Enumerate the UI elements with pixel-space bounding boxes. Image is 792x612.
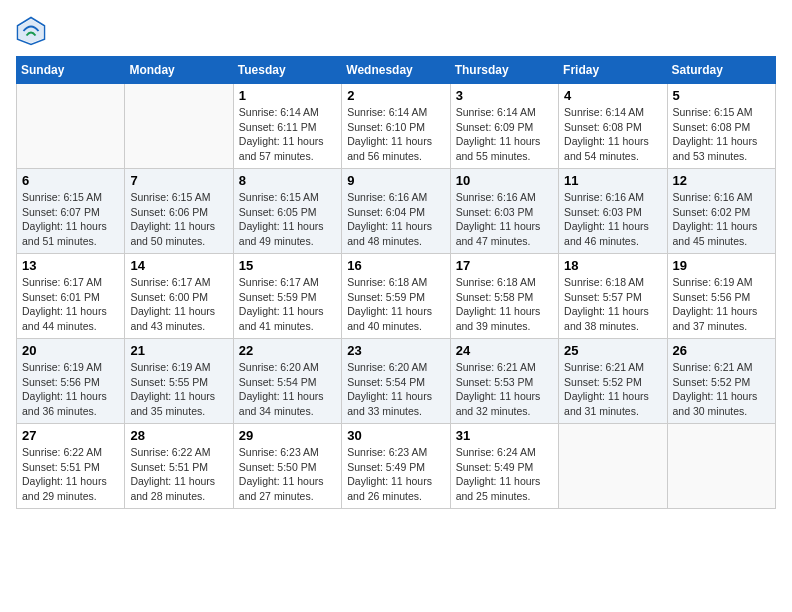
calendar-day-cell	[559, 424, 667, 509]
day-number: 26	[673, 343, 770, 358]
calendar-day-cell: 2Sunrise: 6:14 AM Sunset: 6:10 PM Daylig…	[342, 84, 450, 169]
day-number: 7	[130, 173, 227, 188]
calendar-day-cell: 23Sunrise: 6:20 AM Sunset: 5:54 PM Dayli…	[342, 339, 450, 424]
day-number: 30	[347, 428, 444, 443]
calendar-day-cell	[125, 84, 233, 169]
day-info: Sunrise: 6:21 AM Sunset: 5:52 PM Dayligh…	[564, 360, 661, 419]
day-info: Sunrise: 6:17 AM Sunset: 6:00 PM Dayligh…	[130, 275, 227, 334]
calendar-day-cell: 1Sunrise: 6:14 AM Sunset: 6:11 PM Daylig…	[233, 84, 341, 169]
day-info: Sunrise: 6:14 AM Sunset: 6:09 PM Dayligh…	[456, 105, 553, 164]
day-info: Sunrise: 6:20 AM Sunset: 5:54 PM Dayligh…	[347, 360, 444, 419]
calendar-day-cell: 14Sunrise: 6:17 AM Sunset: 6:00 PM Dayli…	[125, 254, 233, 339]
weekday-header-friday: Friday	[559, 57, 667, 84]
day-info: Sunrise: 6:17 AM Sunset: 5:59 PM Dayligh…	[239, 275, 336, 334]
day-info: Sunrise: 6:21 AM Sunset: 5:53 PM Dayligh…	[456, 360, 553, 419]
weekday-header-wednesday: Wednesday	[342, 57, 450, 84]
day-number: 25	[564, 343, 661, 358]
day-number: 29	[239, 428, 336, 443]
day-number: 31	[456, 428, 553, 443]
day-number: 14	[130, 258, 227, 273]
calendar-day-cell: 5Sunrise: 6:15 AM Sunset: 6:08 PM Daylig…	[667, 84, 775, 169]
weekday-header-monday: Monday	[125, 57, 233, 84]
day-number: 18	[564, 258, 661, 273]
weekday-header-saturday: Saturday	[667, 57, 775, 84]
day-info: Sunrise: 6:16 AM Sunset: 6:03 PM Dayligh…	[564, 190, 661, 249]
day-info: Sunrise: 6:22 AM Sunset: 5:51 PM Dayligh…	[22, 445, 119, 504]
calendar-week-row: 20Sunrise: 6:19 AM Sunset: 5:56 PM Dayli…	[17, 339, 776, 424]
day-number: 17	[456, 258, 553, 273]
logo-icon	[16, 16, 46, 46]
calendar-day-cell: 31Sunrise: 6:24 AM Sunset: 5:49 PM Dayli…	[450, 424, 558, 509]
calendar-day-cell: 16Sunrise: 6:18 AM Sunset: 5:59 PM Dayli…	[342, 254, 450, 339]
calendar-day-cell: 6Sunrise: 6:15 AM Sunset: 6:07 PM Daylig…	[17, 169, 125, 254]
page-header	[16, 16, 776, 46]
day-info: Sunrise: 6:16 AM Sunset: 6:03 PM Dayligh…	[456, 190, 553, 249]
day-info: Sunrise: 6:21 AM Sunset: 5:52 PM Dayligh…	[673, 360, 770, 419]
day-info: Sunrise: 6:18 AM Sunset: 5:57 PM Dayligh…	[564, 275, 661, 334]
day-number: 28	[130, 428, 227, 443]
day-number: 24	[456, 343, 553, 358]
calendar-day-cell: 28Sunrise: 6:22 AM Sunset: 5:51 PM Dayli…	[125, 424, 233, 509]
calendar-day-cell: 10Sunrise: 6:16 AM Sunset: 6:03 PM Dayli…	[450, 169, 558, 254]
day-number: 16	[347, 258, 444, 273]
day-info: Sunrise: 6:19 AM Sunset: 5:56 PM Dayligh…	[673, 275, 770, 334]
day-info: Sunrise: 6:15 AM Sunset: 6:06 PM Dayligh…	[130, 190, 227, 249]
calendar-day-cell: 27Sunrise: 6:22 AM Sunset: 5:51 PM Dayli…	[17, 424, 125, 509]
calendar-day-cell: 25Sunrise: 6:21 AM Sunset: 5:52 PM Dayli…	[559, 339, 667, 424]
day-number: 6	[22, 173, 119, 188]
day-info: Sunrise: 6:16 AM Sunset: 6:02 PM Dayligh…	[673, 190, 770, 249]
weekday-header-thursday: Thursday	[450, 57, 558, 84]
calendar-day-cell: 22Sunrise: 6:20 AM Sunset: 5:54 PM Dayli…	[233, 339, 341, 424]
calendar-day-cell	[17, 84, 125, 169]
calendar-day-cell: 29Sunrise: 6:23 AM Sunset: 5:50 PM Dayli…	[233, 424, 341, 509]
day-number: 3	[456, 88, 553, 103]
calendar-table: SundayMondayTuesdayWednesdayThursdayFrid…	[16, 56, 776, 509]
day-info: Sunrise: 6:19 AM Sunset: 5:56 PM Dayligh…	[22, 360, 119, 419]
day-info: Sunrise: 6:15 AM Sunset: 6:08 PM Dayligh…	[673, 105, 770, 164]
calendar-day-cell: 30Sunrise: 6:23 AM Sunset: 5:49 PM Dayli…	[342, 424, 450, 509]
calendar-day-cell: 9Sunrise: 6:16 AM Sunset: 6:04 PM Daylig…	[342, 169, 450, 254]
day-number: 8	[239, 173, 336, 188]
day-info: Sunrise: 6:23 AM Sunset: 5:49 PM Dayligh…	[347, 445, 444, 504]
calendar-day-cell: 19Sunrise: 6:19 AM Sunset: 5:56 PM Dayli…	[667, 254, 775, 339]
weekday-header-tuesday: Tuesday	[233, 57, 341, 84]
calendar-week-row: 27Sunrise: 6:22 AM Sunset: 5:51 PM Dayli…	[17, 424, 776, 509]
day-info: Sunrise: 6:15 AM Sunset: 6:05 PM Dayligh…	[239, 190, 336, 249]
day-number: 23	[347, 343, 444, 358]
calendar-day-cell: 7Sunrise: 6:15 AM Sunset: 6:06 PM Daylig…	[125, 169, 233, 254]
calendar-day-cell: 15Sunrise: 6:17 AM Sunset: 5:59 PM Dayli…	[233, 254, 341, 339]
day-number: 12	[673, 173, 770, 188]
day-number: 19	[673, 258, 770, 273]
day-info: Sunrise: 6:18 AM Sunset: 5:59 PM Dayligh…	[347, 275, 444, 334]
day-number: 5	[673, 88, 770, 103]
day-number: 1	[239, 88, 336, 103]
day-number: 21	[130, 343, 227, 358]
day-number: 20	[22, 343, 119, 358]
calendar-day-cell: 18Sunrise: 6:18 AM Sunset: 5:57 PM Dayli…	[559, 254, 667, 339]
day-info: Sunrise: 6:15 AM Sunset: 6:07 PM Dayligh…	[22, 190, 119, 249]
day-info: Sunrise: 6:23 AM Sunset: 5:50 PM Dayligh…	[239, 445, 336, 504]
day-info: Sunrise: 6:14 AM Sunset: 6:08 PM Dayligh…	[564, 105, 661, 164]
calendar-day-cell: 3Sunrise: 6:14 AM Sunset: 6:09 PM Daylig…	[450, 84, 558, 169]
day-number: 9	[347, 173, 444, 188]
day-info: Sunrise: 6:16 AM Sunset: 6:04 PM Dayligh…	[347, 190, 444, 249]
calendar-day-cell: 12Sunrise: 6:16 AM Sunset: 6:02 PM Dayli…	[667, 169, 775, 254]
calendar-day-cell: 20Sunrise: 6:19 AM Sunset: 5:56 PM Dayli…	[17, 339, 125, 424]
calendar-day-cell	[667, 424, 775, 509]
calendar-header-row: SundayMondayTuesdayWednesdayThursdayFrid…	[17, 57, 776, 84]
day-number: 15	[239, 258, 336, 273]
calendar-week-row: 13Sunrise: 6:17 AM Sunset: 6:01 PM Dayli…	[17, 254, 776, 339]
day-number: 27	[22, 428, 119, 443]
day-number: 22	[239, 343, 336, 358]
weekday-header-sunday: Sunday	[17, 57, 125, 84]
calendar-day-cell: 26Sunrise: 6:21 AM Sunset: 5:52 PM Dayli…	[667, 339, 775, 424]
day-number: 2	[347, 88, 444, 103]
day-info: Sunrise: 6:14 AM Sunset: 6:11 PM Dayligh…	[239, 105, 336, 164]
day-info: Sunrise: 6:19 AM Sunset: 5:55 PM Dayligh…	[130, 360, 227, 419]
calendar-day-cell: 11Sunrise: 6:16 AM Sunset: 6:03 PM Dayli…	[559, 169, 667, 254]
day-number: 4	[564, 88, 661, 103]
logo	[16, 16, 50, 46]
calendar-day-cell: 21Sunrise: 6:19 AM Sunset: 5:55 PM Dayli…	[125, 339, 233, 424]
day-number: 13	[22, 258, 119, 273]
day-info: Sunrise: 6:14 AM Sunset: 6:10 PM Dayligh…	[347, 105, 444, 164]
